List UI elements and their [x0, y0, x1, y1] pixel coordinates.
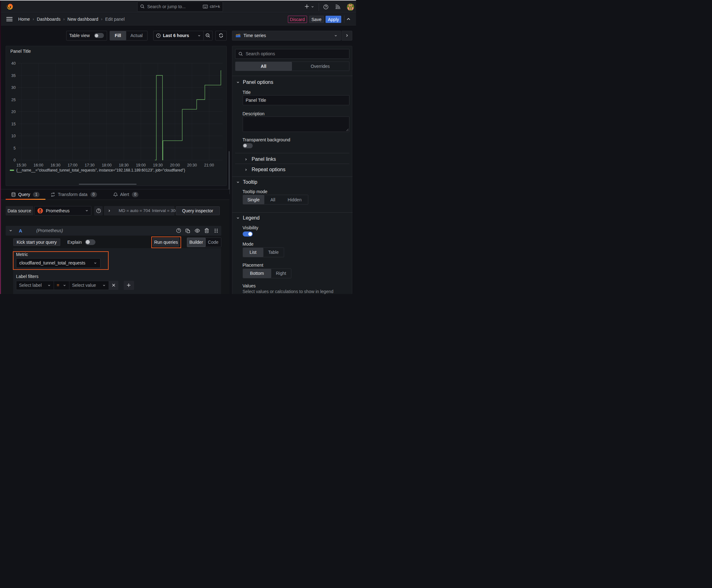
svg-text:25: 25 [11, 98, 16, 102]
svg-text:16:00: 16:00 [34, 163, 43, 167]
svg-text:20:30: 20:30 [187, 163, 197, 167]
svg-text:18:30: 18:30 [119, 163, 129, 167]
svg-text:40: 40 [11, 61, 16, 66]
svg-text:21:00: 21:00 [204, 163, 214, 167]
svg-text:15:30: 15:30 [16, 163, 26, 167]
svg-text:17:30: 17:30 [85, 163, 94, 167]
svg-text:5: 5 [14, 146, 16, 150]
svg-text:30: 30 [11, 85, 16, 90]
svg-text:18:00: 18:00 [102, 163, 111, 167]
svg-text:20: 20 [11, 110, 16, 114]
svg-text:16:30: 16:30 [50, 163, 60, 167]
svg-text:15: 15 [11, 122, 16, 126]
svg-text:20:00: 20:00 [170, 163, 180, 167]
svg-text:19:00: 19:00 [136, 163, 146, 167]
svg-text:0: 0 [14, 158, 16, 162]
svg-text:10: 10 [11, 134, 16, 138]
svg-text:35: 35 [11, 74, 16, 78]
svg-text:17:00: 17:00 [67, 163, 77, 167]
svg-text:19:30: 19:30 [153, 163, 163, 167]
